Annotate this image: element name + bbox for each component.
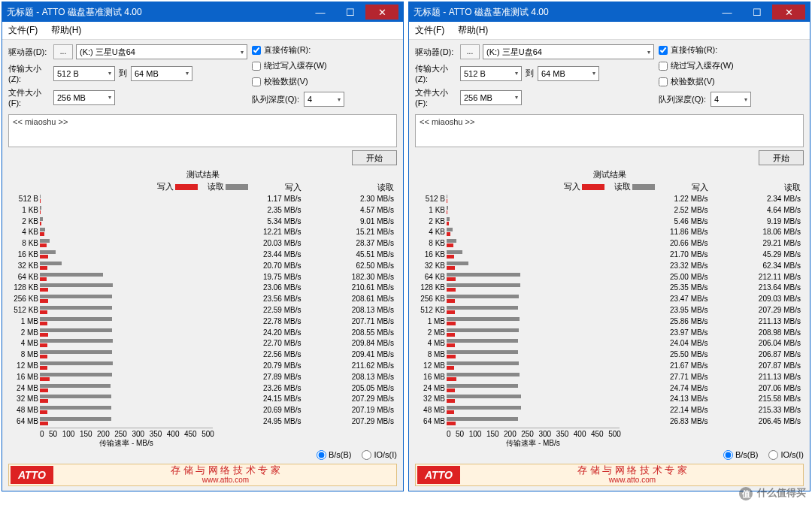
y-tick: 512 B xyxy=(414,194,445,205)
bar-write xyxy=(40,366,47,370)
drive-browse-button[interactable]: ... xyxy=(460,44,480,59)
value-row: 20.70 MB/s62.50 MB/s xyxy=(213,261,398,272)
bar-row xyxy=(447,316,620,328)
overlapped-checkbox[interactable] xyxy=(252,62,261,71)
qdepth-select[interactable]: 4▾ xyxy=(304,92,344,107)
description-box[interactable]: << miaoshu >> xyxy=(8,114,397,147)
menu-file[interactable]: 文件(F) xyxy=(8,25,38,35)
xfer-min-select[interactable]: 512 B▾ xyxy=(460,66,522,81)
close-button[interactable]: ✕ xyxy=(365,5,398,20)
y-tick: 64 KB xyxy=(7,272,38,283)
bar-row xyxy=(447,349,620,361)
y-tick: 24 MB xyxy=(7,383,38,395)
value-row: 11.86 MB/s18.06 MB/s xyxy=(620,227,805,238)
drive-browse-button[interactable]: ... xyxy=(53,44,73,59)
bar-read xyxy=(40,239,50,243)
value-row: 21.67 MB/s207.87 MB/s xyxy=(620,361,805,372)
atto-logo: ATTO xyxy=(11,466,53,484)
bar-row xyxy=(40,283,213,294)
watermark: 值 什么值得买 xyxy=(739,486,806,500)
overlapped-checkbox[interactable] xyxy=(659,62,668,71)
label-filesize: 文件大小(F): xyxy=(8,87,53,107)
bar-row xyxy=(447,249,620,261)
xfer-max-select[interactable]: 64 MB▾ xyxy=(538,66,599,81)
unit-ios-radio[interactable]: IO/s(I) xyxy=(362,450,397,460)
minimize-button[interactable]: — xyxy=(712,5,742,20)
bar-write xyxy=(447,232,450,236)
value-row: 22.59 MB/s208.13 MB/s xyxy=(213,305,398,316)
bar-read xyxy=(447,250,462,254)
results-title: 测试结果 xyxy=(2,168,403,181)
direct-io-checkbox[interactable] xyxy=(252,46,261,55)
label-drive: 驱动器(D): xyxy=(8,47,53,58)
label-directio: 直接传输(R): xyxy=(264,44,311,56)
unit-bps-radio[interactable]: B/s(B) xyxy=(723,450,759,460)
value-row: 23.32 MB/s62.34 MB/s xyxy=(620,261,805,272)
chart: 512 B1 KB2 KB4 KB8 KB16 KB32 KB64 KB128 … xyxy=(2,194,403,430)
label-xfer: 传输大小(Z): xyxy=(415,63,460,83)
bar-row xyxy=(40,338,213,349)
bar-write xyxy=(447,199,447,203)
menu-file[interactable]: 文件(F) xyxy=(415,25,444,35)
xfer-min-select[interactable]: 512 B▾ xyxy=(53,66,115,81)
bar-row xyxy=(40,294,213,305)
verify-checkbox[interactable] xyxy=(659,77,668,86)
label-filesize: 文件大小(F): xyxy=(415,87,460,107)
xfer-max-select[interactable]: 64 MB▾ xyxy=(131,66,192,81)
y-tick: 256 KB xyxy=(7,294,38,305)
start-button[interactable]: 开始 xyxy=(759,150,804,165)
title-text: 无标题 - ATTO 磁盘基准测试 4.00 xyxy=(7,6,142,19)
unit-bps-radio[interactable]: B/s(B) xyxy=(317,450,352,460)
close-button[interactable]: ✕ xyxy=(772,5,805,20)
maximize-button[interactable]: ☐ xyxy=(335,5,365,20)
description-box[interactable]: << miaoshu >> xyxy=(415,114,804,147)
bar-row xyxy=(40,305,213,316)
y-tick: 32 MB xyxy=(414,394,445,405)
qdepth-select[interactable]: 4▾ xyxy=(710,92,751,107)
value-row: 24.15 MB/s207.29 MB/s xyxy=(213,394,398,405)
footer-banner: ATTO 存 储 与 网 络 技 术 专 家 www.atto.com xyxy=(415,464,804,486)
value-row: 22.56 MB/s209.41 MB/s xyxy=(213,349,398,361)
bar-row xyxy=(447,383,620,395)
value-row: 5.34 MB/s9.01 MB/s xyxy=(213,216,398,228)
y-tick: 4 KB xyxy=(414,227,445,238)
start-button[interactable]: 开始 xyxy=(352,150,397,165)
bar-write xyxy=(447,266,455,270)
drive-select[interactable]: (K:) 三星U盘64▾ xyxy=(76,44,247,59)
bar-read xyxy=(40,228,45,231)
value-row: 24.20 MB/s208.55 MB/s xyxy=(213,328,398,339)
menu-help[interactable]: 帮助(H) xyxy=(458,25,489,35)
bar-row xyxy=(40,416,213,428)
y-tick: 2 MB xyxy=(7,328,38,339)
verify-checkbox[interactable] xyxy=(252,77,261,86)
y-tick: 12 MB xyxy=(7,361,38,372)
bar-read xyxy=(40,262,62,265)
bar-row xyxy=(40,328,213,339)
bar-write xyxy=(447,277,456,281)
bar-row xyxy=(447,305,620,316)
y-tick: 24 MB xyxy=(414,383,445,395)
y-tick: 16 KB xyxy=(7,249,38,261)
bar-read xyxy=(40,417,111,421)
results-title: 测试结果 xyxy=(409,168,810,181)
minimize-button[interactable]: — xyxy=(305,5,335,20)
y-tick: 32 KB xyxy=(7,261,38,272)
titlebar[interactable]: 无标题 - ATTO 磁盘基准测试 4.00 — ☐ ✕ xyxy=(409,2,810,22)
bar-write xyxy=(40,399,48,403)
app-window-0: 无标题 - ATTO 磁盘基准测试 4.00 — ☐ ✕ 文件(F) 帮助(H)… xyxy=(2,2,404,491)
value-row: 20.69 MB/s207.19 MB/s xyxy=(213,405,398,416)
filesize-select[interactable]: 256 MB▾ xyxy=(53,90,115,105)
menu-help[interactable]: 帮助(H) xyxy=(51,25,82,35)
direct-io-checkbox[interactable] xyxy=(659,46,668,55)
titlebar[interactable]: 无标题 - ATTO 磁盘基准测试 4.00 — ☐ ✕ xyxy=(2,2,403,22)
bar-write xyxy=(40,410,47,414)
unit-ios-radio[interactable]: IO/s(I) xyxy=(768,450,804,460)
drive-select[interactable]: (K:) 三星U盘64▾ xyxy=(483,44,654,59)
y-tick: 4 MB xyxy=(414,338,445,349)
y-tick: 1 KB xyxy=(414,205,445,216)
bar-read xyxy=(447,195,447,198)
bar-read xyxy=(447,262,468,265)
filesize-select[interactable]: 256 MB▾ xyxy=(460,90,522,105)
maximize-button[interactable]: ☐ xyxy=(742,5,772,20)
value-row: 19.75 MB/s182.30 MB/s xyxy=(213,272,398,283)
